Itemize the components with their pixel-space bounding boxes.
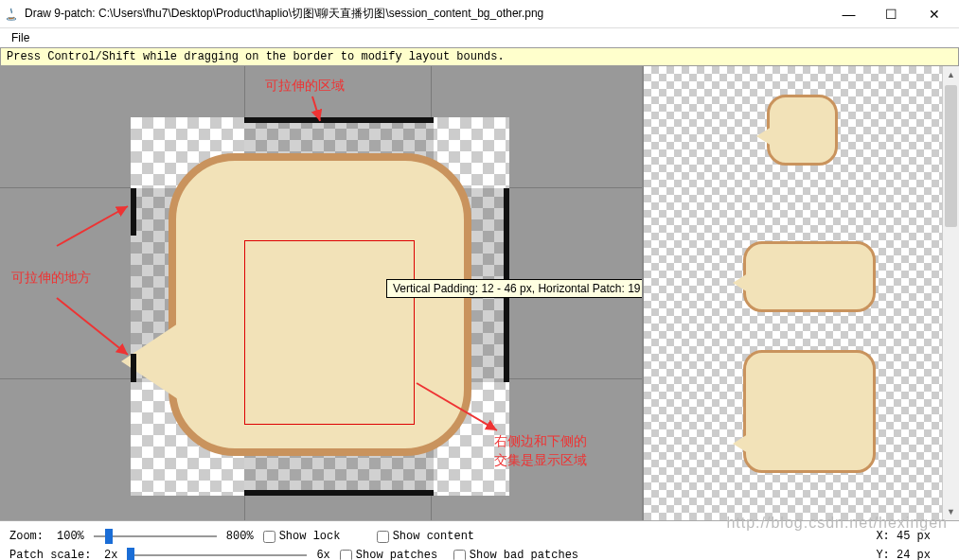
preview-bubble-large [743, 350, 876, 473]
controls-bar: Zoom: 100% 800% Show lock Show content X… [0, 520, 959, 560]
menubar: File [0, 28, 959, 47]
zoom-label: Zoom: [9, 530, 47, 543]
preview-bubble-small [767, 95, 838, 166]
annotation-left: 可拉伸的地方 [11, 270, 91, 287]
arrow-left1-icon [47, 199, 142, 255]
scroll-thumb[interactable] [945, 85, 957, 227]
patch-scale-label: Patch scale: [9, 549, 95, 560]
annotation-bottom-2: 交集是显示区域 [494, 452, 587, 469]
annotation-bottom-1: 右侧边和下侧的 [494, 433, 587, 450]
svg-line-2 [57, 206, 128, 246]
edit-pane[interactable]: 可拉伸的区域 可拉伸的地方 右侧边和下侧的 交集是显示区域 Vertical P… [0, 66, 642, 520]
content-box [244, 240, 415, 425]
zoom-min: 100% [57, 530, 84, 543]
patch-max: 6x [316, 549, 329, 560]
show-bad-patches-checkbox[interactable]: Show bad patches [453, 549, 595, 560]
preview-bubble-wide [743, 241, 876, 312]
show-patches-checkbox[interactable]: Show patches [340, 549, 444, 560]
minimize-button[interactable]: — [827, 1, 870, 27]
window-buttons: — ☐ ✕ [827, 1, 955, 27]
padding-mark-bottom[interactable] [244, 490, 434, 496]
java-icon [4, 7, 19, 22]
patch-slider[interactable] [127, 549, 307, 560]
padding-tooltip: Vertical Padding: 12 - 46 px, Horizontal… [386, 279, 642, 298]
stretch-mark-top[interactable] [244, 117, 434, 123]
hint-bar: Press Control/Shift while dragging on th… [0, 47, 959, 66]
annotation-top: 可拉伸的区域 [265, 78, 345, 95]
scroll-up-icon[interactable]: ▲ [943, 66, 959, 83]
show-content-checkbox[interactable]: Show content [377, 530, 481, 543]
stretch-mark-left-2[interactable] [131, 354, 136, 382]
titlebar: Draw 9-patch: C:\Users\fhu7\Desktop\Prod… [0, 0, 959, 28]
coord-y: Y: 24 px [876, 549, 950, 560]
zoom-max: 800% [226, 530, 254, 543]
window-title: Draw 9-patch: C:\Users\fhu7\Desktop\Prod… [25, 6, 827, 22]
stretch-mark-left-1[interactable] [131, 188, 136, 236]
close-button[interactable]: ✕ [913, 1, 955, 27]
preview-scrollbar[interactable]: ▲ ▼ [942, 66, 959, 520]
menu-file[interactable]: File [6, 29, 35, 46]
maximize-button[interactable]: ☐ [870, 1, 913, 27]
sprite-canvas[interactable] [131, 117, 509, 496]
main-area: 可拉伸的区域 可拉伸的地方 右侧边和下侧的 交集是显示区域 Vertical P… [0, 66, 959, 520]
preview-pane: ▲ ▼ [642, 66, 959, 520]
coord-x: X: 45 px [876, 530, 950, 543]
scroll-down-icon[interactable]: ▼ [943, 503, 959, 520]
patch-min: 2x [104, 549, 117, 560]
zoom-slider[interactable] [94, 530, 217, 543]
show-lock-checkbox[interactable]: Show lock [263, 530, 367, 543]
svg-line-3 [57, 298, 128, 355]
